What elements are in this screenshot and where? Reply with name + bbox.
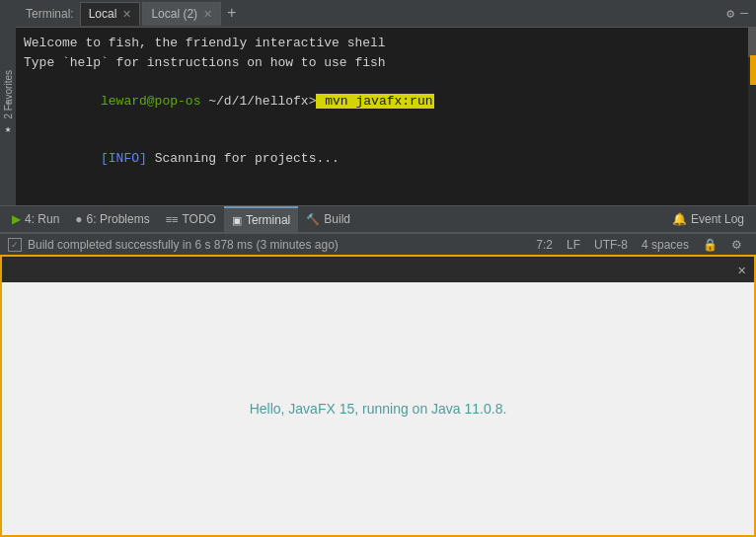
- terminal-line-4: [INFO] Scanning for projects...: [24, 130, 748, 189]
- build-status-text: Build completed successfully in 6 s 878 …: [28, 238, 339, 252]
- app-close-button[interactable]: ✕: [738, 262, 746, 278]
- app-window: ✕ Hello, JavaFX 15, running on Java 11.0…: [0, 255, 756, 537]
- terminal-icon: ▣: [232, 214, 242, 227]
- terminal-line-1: Welcome to fish, the friendly interactiv…: [24, 34, 748, 53]
- favorites-star-icon: ★: [5, 122, 12, 135]
- info-tag-1: [INFO]: [101, 151, 147, 166]
- path: ~/d/1/hellofx>: [200, 94, 316, 109]
- close-local-tab-icon[interactable]: ✕: [122, 8, 131, 21]
- user-host: leward@pop-os: [101, 94, 200, 109]
- ide-wrapper: ★ 2 Favorites ★ Terminal: Local ✕ Local …: [0, 0, 756, 537]
- favorites-label: 2 Favorites: [3, 70, 14, 118]
- command: mvn javafx:run: [316, 94, 433, 109]
- scrollbar-track[interactable]: [748, 28, 756, 205]
- toolbar-todo[interactable]: ≡≡ TODO: [158, 206, 224, 232]
- terminal-line-2: Type `help` for instructions on how to u…: [24, 53, 748, 73]
- settings-icon[interactable]: ⚙: [725, 238, 748, 252]
- event-log[interactable]: 🔔 Event Log: [664, 212, 752, 226]
- build-icon: 🔨: [306, 213, 320, 226]
- scrollbar-thumb[interactable]: [748, 28, 756, 57]
- terminal-tab-bar: Terminal: Local ✕ Local (2) ✕ + ⚙ —: [16, 0, 756, 28]
- app-hello-text: Hello, JavaFX 15, running on Java 11.0.8…: [250, 401, 507, 417]
- terminal-line-3: leward@pop-os ~/d/1/hellofx> mvn javafx:…: [24, 72, 748, 130]
- line-ending[interactable]: LF: [561, 238, 586, 252]
- terminal-content: Welcome to fish, the friendly interactiv…: [16, 28, 756, 205]
- todo-icon: ≡≡: [166, 213, 179, 225]
- terminal-tab-local[interactable]: Local ✕: [80, 2, 141, 26]
- toolbar-run[interactable]: ▶ 4: Run: [4, 206, 67, 232]
- favorites-sidebar: ★ 2 Favorites ★: [0, 0, 16, 205]
- toolbar-problems[interactable]: ● 6: Problems: [67, 206, 157, 232]
- terminal-minimize-icon[interactable]: —: [740, 6, 748, 21]
- toolbar-build[interactable]: 🔨 Build: [298, 206, 358, 232]
- status-bar: ✓ Build completed successfully in 6 s 87…: [0, 233, 756, 255]
- encoding[interactable]: UTF-8: [588, 238, 634, 252]
- terminal-section: ★ 2 Favorites ★ Terminal: Local ✕ Local …: [0, 0, 756, 205]
- terminal-gear-icon[interactable]: ⚙: [726, 6, 734, 22]
- build-status-icon: ✓: [8, 238, 22, 252]
- close-local2-tab-icon[interactable]: ✕: [203, 8, 212, 21]
- info-text-1: Scanning for projects...: [147, 151, 340, 166]
- cursor-position[interactable]: 7:2: [530, 238, 559, 252]
- run-icon: ▶: [12, 212, 21, 226]
- indent[interactable]: 4 spaces: [636, 238, 695, 252]
- event-log-icon: 🔔: [672, 212, 687, 226]
- app-titlebar: ✕: [2, 257, 754, 282]
- terminal-main: Terminal: Local ✕ Local (2) ✕ + ⚙ — Welc…: [16, 0, 756, 205]
- add-tab-button[interactable]: +: [223, 5, 241, 23]
- orange-indicator: [750, 55, 756, 85]
- terminal-tab-local2[interactable]: Local (2) ✕: [142, 2, 221, 26]
- lock-icon[interactable]: 🔒: [697, 238, 723, 252]
- bottom-toolbar: ▶ 4: Run ● 6: Problems ≡≡ TODO ▣ Termina…: [0, 205, 756, 233]
- app-content: Hello, JavaFX 15, running on Java 11.0.8…: [2, 282, 754, 535]
- problems-icon: ●: [75, 212, 82, 226]
- terminal-line-5: [INFO]: [24, 188, 748, 205]
- terminal-label: Terminal:: [20, 7, 80, 21]
- toolbar-terminal[interactable]: ▣ Terminal: [224, 206, 298, 232]
